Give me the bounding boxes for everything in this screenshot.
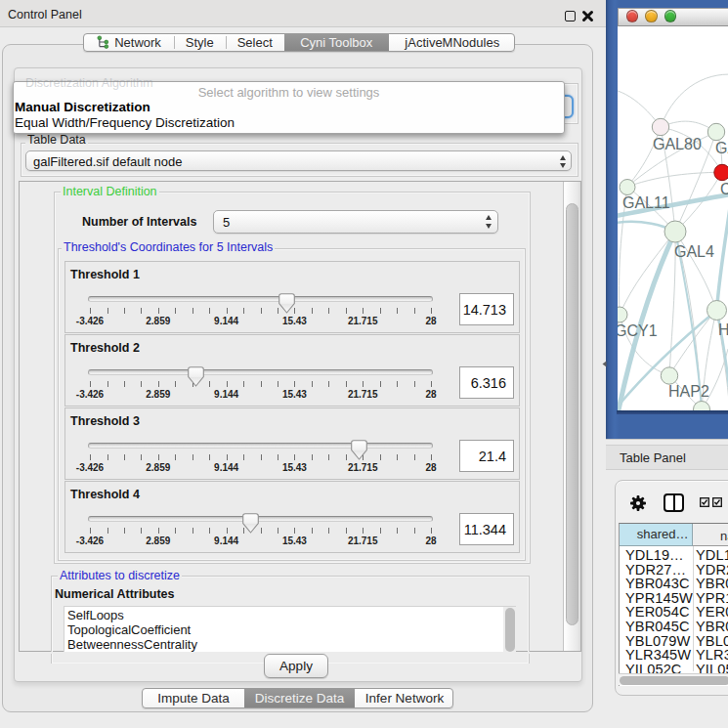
svg-text:GCY1: GCY1 <box>618 322 658 339</box>
svg-text:GAL80: GAL80 <box>653 136 702 152</box>
svg-text:HAP2: HAP2 <box>668 383 709 400</box>
svg-text:CY: CY <box>720 181 728 197</box>
svg-text:GAL11: GAL11 <box>622 194 670 211</box>
svg-text:GAL4: GAL4 <box>674 243 714 260</box>
svg-text:GA: GA <box>715 140 728 156</box>
svg-text:HA: HA <box>718 321 728 338</box>
